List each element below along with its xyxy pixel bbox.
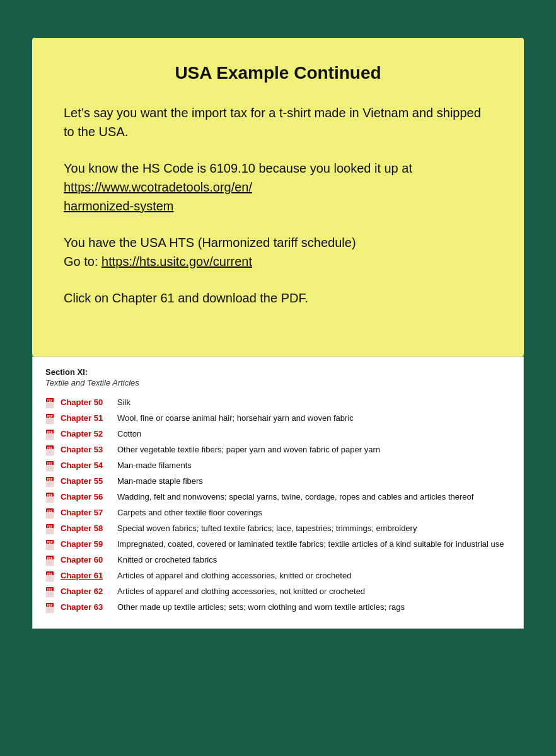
pdf-icon: PDF — [45, 445, 57, 456]
chapter-desc-ch61: Articles of apparel and clothing accesso… — [117, 570, 511, 581]
pdf-icon: PDF — [45, 524, 57, 535]
pdf-icon: PDF — [45, 539, 57, 551]
table-row: PDF Chapter 58Special woven fabrics; tuf… — [45, 521, 511, 537]
pdf-icon: PDF — [45, 461, 57, 472]
chapter-desc-ch56: Wadding, felt and nonwovens; special yar… — [117, 491, 511, 503]
table-row: PDF Chapter 57Carpets and other textile … — [45, 505, 511, 521]
pdf-icon: PDF — [45, 429, 57, 440]
chapter-desc-ch51: Wool, fine or coarse animal hair; horseh… — [117, 413, 511, 424]
chapter-desc-ch59: Impregnated, coated, covered or laminate… — [117, 539, 511, 550]
pdf-icon: PDF — [45, 555, 57, 566]
section-table: Section XI: Textile and Textile Articles… — [32, 357, 524, 629]
page-title: USA Example Continued — [64, 63, 492, 83]
chapter-link-ch59[interactable]: Chapter 59 — [61, 539, 117, 550]
chapter-desc-ch55: Man-made staple fibers — [117, 476, 511, 487]
pdf-icon: PDF — [45, 508, 57, 519]
hs-code-paragraph: You know the HS Code is 6109.10 because … — [64, 159, 492, 215]
pdf-icon: PDF — [45, 571, 57, 582]
svg-text:PDF: PDF — [47, 573, 53, 576]
svg-text:PDF: PDF — [47, 557, 53, 560]
hts-paragraph: You have the USA HTS (Harmonized tariff … — [64, 233, 492, 271]
chapter-desc-ch58: Special woven fabrics; tufted textile fa… — [117, 523, 511, 534]
main-card: USA Example Continued Let’s say you want… — [32, 38, 524, 357]
svg-text:PDF: PDF — [47, 478, 53, 481]
table-row: PDF Chapter 59Impregnated, coated, cover… — [45, 537, 511, 553]
chapter-desc-ch53: Other vegetable textile fibers; paper ya… — [117, 444, 511, 455]
chapter-desc-ch57: Carpets and other textile floor covering… — [117, 507, 511, 518]
chapter-link-ch51[interactable]: Chapter 51 — [61, 413, 117, 424]
svg-text:PDF: PDF — [47, 431, 53, 434]
chapter-link-ch62[interactable]: Chapter 62 — [61, 586, 117, 597]
svg-text:PDF: PDF — [47, 588, 53, 592]
chapter-desc-ch63: Other made up textile articles; sets; wo… — [117, 602, 511, 613]
table-row: PDF Chapter 63Other made up textile arti… — [45, 600, 511, 616]
chapter-link-ch54[interactable]: Chapter 54 — [61, 460, 117, 471]
svg-text:PDF: PDF — [47, 510, 53, 513]
chapter-desc-ch54: Man-made filaments — [117, 460, 511, 471]
pdf-icon: PDF — [45, 492, 57, 503]
svg-text:PDF: PDF — [47, 525, 53, 529]
pdf-icon: PDF — [45, 398, 57, 409]
table-row: PDF Chapter 53Other vegetable textile fi… — [45, 442, 511, 458]
section-subtitle: Textile and Textile Articles — [45, 378, 511, 387]
table-row: PDF Chapter 51Wool, fine or coarse anima… — [45, 411, 511, 427]
svg-text:PDF: PDF — [47, 494, 53, 497]
svg-text:PDF: PDF — [47, 415, 53, 418]
hs-code-prefix: You know the HS Code is 6109.10 because … — [64, 161, 412, 175]
chapter-link-ch55[interactable]: Chapter 55 — [61, 476, 117, 487]
chapter-link-ch63[interactable]: Chapter 63 — [61, 602, 117, 613]
chapter-link-ch50[interactable]: Chapter 50 — [61, 397, 117, 408]
instruction-paragraph: Click on Chapter 61 and download the PDF… — [64, 289, 492, 307]
table-row: PDF Chapter 52Cotton — [45, 427, 511, 442]
table-row: PDF Chapter 56Wadding, felt and nonwoven… — [45, 490, 511, 505]
chapters-list: PDF Chapter 50Silk PDF Chapter 51Wool, f… — [45, 395, 511, 616]
wco-link[interactable]: https://www.wcotradetools.org/en/harmoni… — [64, 180, 252, 213]
table-row: PDF Chapter 61Articles of apparel and cl… — [45, 568, 511, 584]
chapter-link-ch61[interactable]: Chapter 61 — [61, 570, 117, 581]
chapter-link-ch57[interactable]: Chapter 57 — [61, 507, 117, 518]
table-row: PDF Chapter 62Articles of apparel and cl… — [45, 584, 511, 600]
chapter-desc-ch62: Articles of apparel and clothing accesso… — [117, 586, 511, 597]
chapter-desc-ch52: Cotton — [117, 428, 511, 440]
svg-text:PDF: PDF — [47, 399, 53, 403]
chapter-desc-ch60: Knitted or crocheted fabrics — [117, 554, 511, 566]
pdf-icon: PDF — [45, 587, 57, 598]
chapter-link-ch60[interactable]: Chapter 60 — [61, 554, 117, 566]
chapter-link-ch58[interactable]: Chapter 58 — [61, 523, 117, 534]
svg-text:PDF: PDF — [47, 604, 53, 607]
chapter-desc-ch50: Silk — [117, 397, 511, 408]
table-row: PDF Chapter 50Silk — [45, 395, 511, 411]
table-row: PDF Chapter 55Man-made staple fibers — [45, 474, 511, 490]
svg-text:PDF: PDF — [47, 462, 53, 466]
table-row: PDF Chapter 60Knitted or crocheted fabri… — [45, 553, 511, 568]
chapter-link-ch53[interactable]: Chapter 53 — [61, 444, 117, 455]
section-title: Section XI: — [45, 367, 511, 377]
intro-paragraph: Let’s say you want the import tax for a … — [64, 103, 492, 141]
pdf-icon: PDF — [45, 602, 57, 614]
chapter-link-ch56[interactable]: Chapter 56 — [61, 491, 117, 503]
chapter-link-ch52[interactable]: Chapter 52 — [61, 428, 117, 440]
pdf-icon: PDF — [45, 476, 57, 488]
hts-link[interactable]: https://hts.usitc.gov/current — [101, 255, 252, 268]
svg-text:PDF: PDF — [47, 541, 53, 544]
svg-text:PDF: PDF — [47, 447, 53, 450]
pdf-icon: PDF — [45, 413, 57, 425]
table-row: PDF Chapter 54Man-made filaments — [45, 458, 511, 474]
